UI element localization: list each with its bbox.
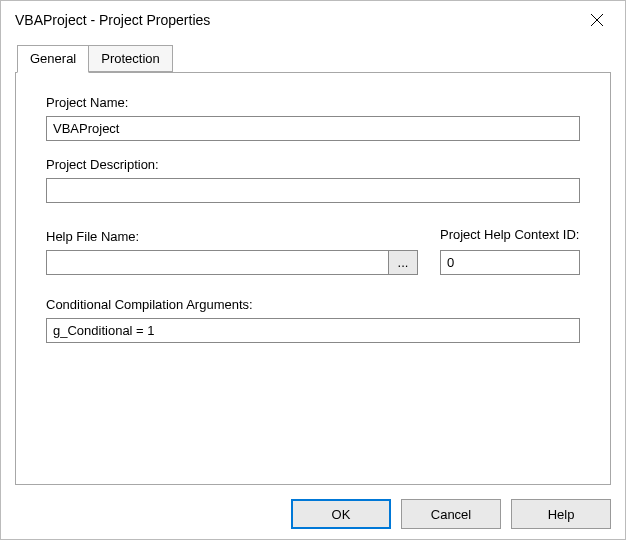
project-description-group: Project Description: <box>46 157 580 203</box>
tab-general[interactable]: General <box>17 45 89 73</box>
help-file-group: Help File Name: ... <box>46 229 418 275</box>
help-file-browse-button[interactable]: ... <box>388 250 418 275</box>
context-id-group: Project Help Context ID: <box>440 227 580 275</box>
context-id-input[interactable] <box>440 250 580 275</box>
cond-args-label: Conditional Compilation Arguments: <box>46 297 580 312</box>
close-icon <box>590 13 604 27</box>
context-id-label: Project Help Context ID: <box>440 227 580 244</box>
cancel-button[interactable]: Cancel <box>401 499 501 529</box>
project-description-input[interactable] <box>46 178 580 203</box>
cond-args-group: Conditional Compilation Arguments: <box>46 297 580 343</box>
dialog-window: VBAProject - Project Properties General … <box>0 0 626 540</box>
tab-panel-general: Project Name: Project Description: Help … <box>15 72 611 485</box>
window-title: VBAProject - Project Properties <box>15 12 210 28</box>
tab-container: General Protection Project Name: Project… <box>15 45 611 485</box>
ellipsis-icon: ... <box>398 255 409 270</box>
help-file-label: Help File Name: <box>46 229 418 244</box>
cond-args-input[interactable] <box>46 318 580 343</box>
help-row: Help File Name: ... Project Help Context… <box>46 227 580 275</box>
help-button[interactable]: Help <box>511 499 611 529</box>
project-description-label: Project Description: <box>46 157 580 172</box>
tab-strip: General Protection <box>17 45 611 72</box>
project-name-input[interactable] <box>46 116 580 141</box>
tab-protection-label: Protection <box>101 51 160 66</box>
titlebar: VBAProject - Project Properties <box>1 1 625 39</box>
dialog-button-row: OK Cancel Help <box>15 485 611 529</box>
close-button[interactable] <box>583 6 611 34</box>
project-name-label: Project Name: <box>46 95 580 110</box>
tab-protection[interactable]: Protection <box>89 45 173 72</box>
help-file-input[interactable] <box>46 250 389 275</box>
ok-button[interactable]: OK <box>291 499 391 529</box>
tab-general-label: General <box>30 51 76 66</box>
dialog-body: General Protection Project Name: Project… <box>1 39 625 539</box>
project-name-group: Project Name: <box>46 95 580 141</box>
